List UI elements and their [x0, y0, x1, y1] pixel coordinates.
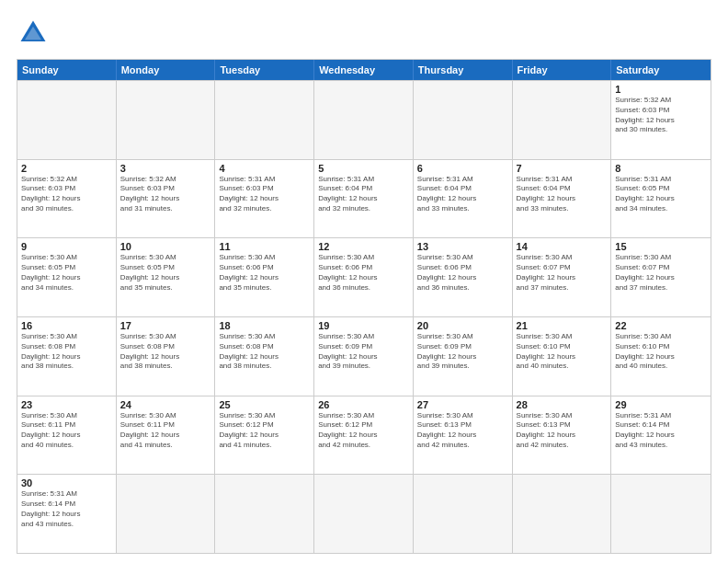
day-info: Sunrise: 5:30 AM Sunset: 6:06 PM Dayligh…	[318, 253, 409, 293]
calendar-row: 9Sunrise: 5:30 AM Sunset: 6:05 PM Daylig…	[17, 237, 711, 316]
calendar-cell	[17, 81, 117, 159]
calendar-cell: 27Sunrise: 5:30 AM Sunset: 6:13 PM Dayli…	[414, 396, 513, 475]
day-number: 27	[417, 399, 508, 410]
day-info: Sunrise: 5:30 AM Sunset: 6:10 PM Dayligh…	[615, 332, 707, 372]
calendar-row: 2Sunrise: 5:32 AM Sunset: 6:03 PM Daylig…	[17, 159, 711, 238]
day-number: 28	[517, 399, 608, 410]
day-info: Sunrise: 5:30 AM Sunset: 6:06 PM Dayligh…	[417, 253, 508, 293]
day-number: 21	[517, 320, 608, 331]
calendar-cell: 12Sunrise: 5:30 AM Sunset: 6:06 PM Dayli…	[314, 238, 414, 316]
calendar-cell: 21Sunrise: 5:30 AM Sunset: 6:10 PM Dayli…	[513, 317, 612, 396]
calendar-cell: 14Sunrise: 5:30 AM Sunset: 6:07 PM Dayli…	[513, 238, 612, 316]
calendar-cell	[215, 81, 314, 159]
day-info: Sunrise: 5:32 AM Sunset: 6:03 PM Dayligh…	[21, 175, 112, 214]
day-info: Sunrise: 5:31 AM Sunset: 6:04 PM Dayligh…	[417, 175, 508, 214]
day-info: Sunrise: 5:30 AM Sunset: 6:12 PM Dayligh…	[318, 411, 409, 451]
day-info: Sunrise: 5:30 AM Sunset: 6:08 PM Dayligh…	[120, 332, 211, 372]
day-info: Sunrise: 5:30 AM Sunset: 6:09 PM Dayligh…	[318, 332, 409, 372]
day-info: Sunrise: 5:30 AM Sunset: 6:05 PM Dayligh…	[120, 253, 211, 293]
day-info: Sunrise: 5:30 AM Sunset: 6:09 PM Dayligh…	[417, 332, 508, 372]
calendar-body: 1Sunrise: 5:32 AM Sunset: 6:03 PM Daylig…	[17, 80, 711, 553]
day-info: Sunrise: 5:30 AM Sunset: 6:12 PM Dayligh…	[219, 411, 310, 451]
day-info: Sunrise: 5:30 AM Sunset: 6:07 PM Dayligh…	[615, 253, 707, 293]
day-number: 5	[318, 163, 409, 174]
calendar-cell: 23Sunrise: 5:30 AM Sunset: 6:11 PM Dayli…	[17, 396, 117, 475]
day-number: 17	[120, 320, 211, 331]
day-number: 3	[120, 163, 211, 174]
calendar-cell: 30Sunrise: 5:31 AM Sunset: 6:14 PM Dayli…	[17, 475, 117, 553]
day-info: Sunrise: 5:30 AM Sunset: 6:10 PM Dayligh…	[517, 332, 608, 372]
day-number: 15	[615, 241, 707, 252]
day-info: Sunrise: 5:30 AM Sunset: 6:07 PM Dayligh…	[517, 253, 608, 293]
day-number: 20	[417, 320, 508, 331]
day-info: Sunrise: 5:30 AM Sunset: 6:08 PM Dayligh…	[21, 332, 112, 372]
calendar-cell: 26Sunrise: 5:30 AM Sunset: 6:12 PM Dayli…	[314, 396, 414, 475]
calendar-cell: 16Sunrise: 5:30 AM Sunset: 6:08 PM Dayli…	[17, 317, 117, 396]
weekday-header: Wednesday	[314, 60, 414, 80]
calendar-cell: 17Sunrise: 5:30 AM Sunset: 6:08 PM Dayli…	[117, 317, 216, 396]
day-info: Sunrise: 5:32 AM Sunset: 6:03 PM Dayligh…	[120, 175, 211, 214]
day-info: Sunrise: 5:30 AM Sunset: 6:11 PM Dayligh…	[21, 411, 112, 451]
calendar-cell: 5Sunrise: 5:31 AM Sunset: 6:04 PM Daylig…	[314, 160, 414, 238]
day-number: 29	[615, 399, 707, 410]
calendar-cell: 20Sunrise: 5:30 AM Sunset: 6:09 PM Dayli…	[414, 317, 513, 396]
weekday-header: Monday	[117, 60, 216, 80]
page: SundayMondayTuesdayWednesdayThursdayFrid…	[0, 0, 728, 563]
calendar-cell	[314, 475, 414, 553]
calendar-cell: 13Sunrise: 5:30 AM Sunset: 6:06 PM Dayli…	[414, 238, 513, 316]
day-number: 25	[219, 399, 310, 410]
day-number: 16	[21, 320, 112, 331]
day-number: 8	[615, 163, 707, 174]
calendar: SundayMondayTuesdayWednesdayThursdayFrid…	[17, 59, 711, 554]
day-info: Sunrise: 5:30 AM Sunset: 6:05 PM Dayligh…	[21, 253, 112, 293]
calendar-cell: 8Sunrise: 5:31 AM Sunset: 6:05 PM Daylig…	[611, 160, 711, 238]
calendar-cell: 28Sunrise: 5:30 AM Sunset: 6:13 PM Dayli…	[513, 396, 612, 475]
calendar-cell: 1Sunrise: 5:32 AM Sunset: 6:03 PM Daylig…	[611, 81, 711, 159]
calendar-cell: 9Sunrise: 5:30 AM Sunset: 6:05 PM Daylig…	[17, 238, 117, 316]
calendar-cell	[314, 81, 414, 159]
header	[17, 17, 711, 50]
logo-icon	[17, 17, 50, 50]
calendar-cell	[513, 81, 612, 159]
calendar-cell: 18Sunrise: 5:30 AM Sunset: 6:08 PM Dayli…	[215, 317, 314, 396]
day-number: 18	[219, 320, 310, 331]
day-number: 12	[318, 241, 409, 252]
calendar-cell	[215, 475, 314, 553]
day-number: 22	[615, 320, 707, 331]
day-info: Sunrise: 5:30 AM Sunset: 6:11 PM Dayligh…	[120, 411, 211, 451]
calendar-cell: 11Sunrise: 5:30 AM Sunset: 6:06 PM Dayli…	[215, 238, 314, 316]
day-number: 11	[219, 241, 310, 252]
day-number: 4	[219, 163, 310, 174]
weekday-header: Friday	[513, 60, 612, 80]
calendar-cell: 19Sunrise: 5:30 AM Sunset: 6:09 PM Dayli…	[314, 317, 414, 396]
day-number: 7	[517, 163, 608, 174]
calendar-cell: 6Sunrise: 5:31 AM Sunset: 6:04 PM Daylig…	[414, 160, 513, 238]
weekday-header: Thursday	[414, 60, 513, 80]
day-number: 30	[21, 477, 112, 488]
logo	[17, 17, 53, 50]
day-info: Sunrise: 5:31 AM Sunset: 6:04 PM Dayligh…	[517, 175, 608, 214]
calendar-cell: 2Sunrise: 5:32 AM Sunset: 6:03 PM Daylig…	[17, 160, 117, 238]
calendar-cell: 15Sunrise: 5:30 AM Sunset: 6:07 PM Dayli…	[611, 238, 711, 316]
day-number: 1	[615, 84, 707, 95]
day-number: 19	[318, 320, 409, 331]
calendar-cell: 22Sunrise: 5:30 AM Sunset: 6:10 PM Dayli…	[611, 317, 711, 396]
calendar-cell	[117, 81, 216, 159]
calendar-row: 30Sunrise: 5:31 AM Sunset: 6:14 PM Dayli…	[17, 474, 711, 553]
calendar-cell	[414, 475, 513, 553]
day-info: Sunrise: 5:31 AM Sunset: 6:05 PM Dayligh…	[615, 175, 707, 214]
calendar-row: 1Sunrise: 5:32 AM Sunset: 6:03 PM Daylig…	[17, 80, 711, 159]
day-info: Sunrise: 5:30 AM Sunset: 6:13 PM Dayligh…	[517, 411, 608, 451]
day-info: Sunrise: 5:31 AM Sunset: 6:14 PM Dayligh…	[615, 411, 707, 451]
calendar-cell	[611, 475, 711, 553]
day-number: 23	[21, 399, 112, 410]
calendar-cell	[513, 475, 612, 553]
calendar-cell: 3Sunrise: 5:32 AM Sunset: 6:03 PM Daylig…	[117, 160, 216, 238]
day-number: 10	[120, 241, 211, 252]
calendar-header: SundayMondayTuesdayWednesdayThursdayFrid…	[17, 60, 711, 80]
day-info: Sunrise: 5:31 AM Sunset: 6:03 PM Dayligh…	[219, 175, 310, 214]
calendar-cell: 29Sunrise: 5:31 AM Sunset: 6:14 PM Dayli…	[611, 396, 711, 475]
day-info: Sunrise: 5:32 AM Sunset: 6:03 PM Dayligh…	[615, 96, 707, 135]
day-info: Sunrise: 5:30 AM Sunset: 6:08 PM Dayligh…	[219, 332, 310, 372]
day-number: 2	[21, 163, 112, 174]
